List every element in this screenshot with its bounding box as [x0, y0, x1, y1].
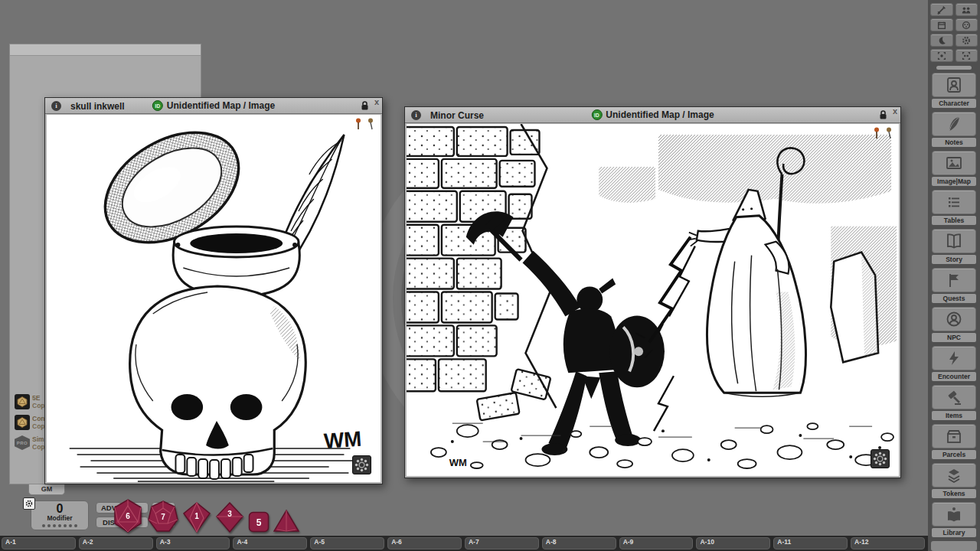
sidebar-item-tables[interactable]: Tables [932, 190, 976, 225]
person-circle-icon [945, 310, 963, 328]
minor-curse-illustration: WM [407, 124, 899, 476]
sidebar-item-quests[interactable]: Quests [932, 268, 976, 303]
party-icon[interactable] [956, 3, 978, 16]
hotbar-slot-label: A-6 [391, 538, 402, 546]
sword-icon[interactable] [930, 3, 953, 16]
hotbar-slot[interactable]: A-2 [79, 537, 153, 549]
hotbar-slot-label: A-7 [469, 538, 479, 546]
d8-die[interactable]: 3 [215, 502, 244, 533]
d12-die[interactable]: 7 [148, 500, 178, 533]
window-type-label: Unidentified Map / Image [167, 100, 275, 111]
sidebar-item-npc[interactable]: NPC [932, 307, 976, 342]
lightning-icon [945, 349, 963, 367]
svg-text:5: 5 [256, 517, 262, 528]
sidebar-bottom-bar[interactable] [931, 541, 977, 551]
hotbar-slot[interactable]: A-10 [696, 537, 770, 549]
window-title: skull inkwell [70, 101, 125, 112]
sidebar-item-tokens[interactable]: Tokens [932, 463, 976, 498]
hotbar-slot-label: A-11 [777, 538, 791, 546]
options-icon[interactable] [956, 18, 978, 31]
sidebar-item-image-map[interactable]: Image|Map [932, 151, 976, 186]
hotbar-slot[interactable]: A-8 [542, 537, 616, 549]
titlebar[interactable]: i skull inkwell ID Unidentified Map / Im… [45, 98, 382, 114]
image-content[interactable]: WM [47, 115, 381, 482]
sidebar-item-items[interactable]: Items [932, 385, 976, 420]
hotbar-slot-label: A-10 [700, 538, 714, 546]
modifier-settings-button[interactable] [23, 497, 35, 510]
sidebar-item-label: Quests [932, 294, 976, 303]
sidebar-item-notes[interactable]: Notes [932, 112, 976, 147]
moon-icon[interactable] [930, 34, 953, 47]
open-book-icon [945, 505, 963, 523]
image-icon [945, 154, 963, 172]
image-content[interactable]: WM [407, 124, 899, 476]
sidebar-item-character[interactable]: Character [932, 73, 976, 108]
hotbar-slot-label: A-4 [237, 538, 247, 546]
d20-die[interactable]: 6 [112, 499, 144, 533]
skull-inkwell-illustration: WM [47, 115, 381, 482]
d10-die[interactable]: 1 [182, 502, 211, 533]
image-window-minor-curse[interactable]: i Minor Curse ID Unidentified Map / Imag… [404, 106, 901, 478]
pin-icon[interactable] [367, 118, 374, 130]
sidebar-item-label: Encounter [932, 372, 976, 381]
info-icon[interactable]: i [51, 101, 61, 111]
hotbar-slot-label: A-5 [314, 538, 325, 546]
titlebar[interactable]: i Minor Curse ID Unidentified Map / Imag… [405, 107, 900, 123]
pin-icon[interactable] [885, 127, 893, 139]
gm-tab[interactable]: GM [28, 484, 65, 495]
pin-icon[interactable] [873, 127, 880, 139]
hotbar-slot[interactable]: A-4 [233, 537, 307, 549]
chat-window-header[interactable] [10, 44, 201, 56]
hotbar-slot[interactable]: A-3 [156, 537, 230, 549]
radial-menu-icon[interactable] [352, 455, 371, 474]
window-title: Minor Curse [430, 110, 484, 121]
gold-die-icon [15, 415, 30, 430]
sidebar-item-label: Story [932, 255, 976, 264]
modifier-box[interactable]: 0 Modifier [31, 500, 89, 530]
sidebar-item-label: Character [932, 99, 976, 108]
sidebar-item-label: Library [932, 528, 976, 537]
sidebar-item-library[interactable]: Library [932, 502, 976, 537]
hotbar-slot[interactable]: A-6 [387, 537, 462, 549]
svg-text:3: 3 [227, 510, 232, 518]
close-icon[interactable]: x [893, 106, 897, 116]
sidebar-item-label: Notes [932, 138, 976, 147]
sidebar-item-encounter[interactable]: Encounter [932, 346, 976, 381]
focus-icon[interactable] [930, 49, 953, 62]
flag-icon [945, 271, 963, 289]
lock-icon[interactable] [361, 100, 369, 114]
calendar-icon[interactable] [930, 18, 953, 31]
id-badge: ID [591, 109, 602, 120]
hotbar-slot[interactable]: A-7 [465, 537, 539, 549]
info-icon[interactable]: i [411, 110, 421, 120]
group-focus-icon[interactable] [956, 49, 978, 62]
pin-icon[interactable] [354, 118, 362, 130]
layers-icon [945, 466, 963, 484]
sidebar-item-label: Parcels [932, 450, 976, 459]
sidebar-item-label: Tables [932, 216, 976, 225]
hotbar-slot[interactable]: A-5 [310, 537, 384, 549]
modifier-dots [31, 524, 88, 527]
hotbar-slot[interactable]: A-1 [2, 537, 76, 549]
sidebar-item-label: Tokens [932, 489, 976, 498]
svg-text:7: 7 [161, 513, 165, 521]
d6-die[interactable]: 5 [248, 511, 270, 533]
sidebar-collapse-handle[interactable] [936, 66, 972, 70]
hotbar-slot[interactable]: A-9 [619, 537, 694, 549]
list-icon [945, 193, 963, 211]
id-badge: ID [152, 100, 163, 111]
lock-icon[interactable] [879, 109, 887, 123]
close-icon[interactable]: x [374, 97, 379, 106]
sidebar-item-parcels[interactable]: Parcels [932, 424, 976, 459]
sidebar-item-story[interactable]: Story [932, 229, 976, 264]
d4-die[interactable] [273, 510, 299, 533]
radial-menu-icon[interactable] [871, 449, 890, 468]
hotbar-slot[interactable]: A-11 [773, 537, 848, 549]
gear-icon [24, 499, 34, 508]
sidebar-item-label: Image|Map [932, 177, 976, 186]
image-window-skull-inkwell[interactable]: i skull inkwell ID Unidentified Map / Im… [44, 97, 383, 484]
settings-icon[interactable] [956, 34, 978, 47]
character-icon [945, 76, 963, 94]
hotbar: A-1 A-2 A-3 A-4 A-5 A-6 A-7 A-8 A-9 A-10… [0, 536, 928, 551]
hotbar-slot[interactable]: A-12 [851, 537, 925, 549]
